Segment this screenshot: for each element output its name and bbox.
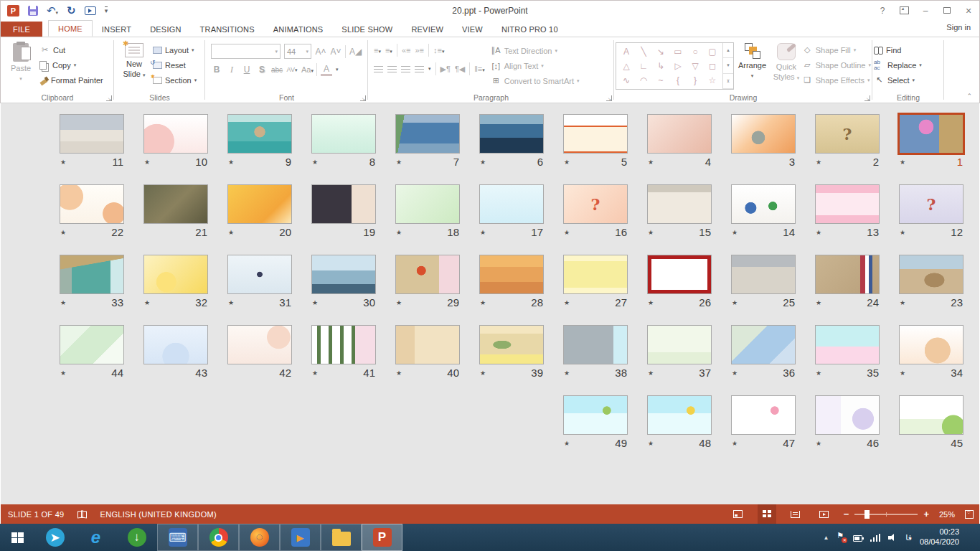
transition-star-icon[interactable]: ★ <box>60 299 66 306</box>
transition-star-icon[interactable]: ★ <box>480 159 486 166</box>
slide-thumbnail-30[interactable] <box>311 255 376 294</box>
transition-star-icon[interactable]: ★ <box>900 229 905 236</box>
slide-thumbnail-8[interactable] <box>311 114 376 154</box>
zoom-out-icon[interactable]: − <box>844 509 849 519</box>
fit-to-window-icon[interactable] <box>965 510 974 519</box>
text-direction-button[interactable]: ∥A Text Direction ▾ <box>491 44 580 57</box>
transition-star-icon[interactable]: ★ <box>816 229 821 236</box>
scribble-shape-icon[interactable]: ∿ <box>618 73 635 88</box>
tab-review[interactable]: REVIEW <box>402 22 453 37</box>
transition-star-icon[interactable]: ★ <box>312 299 318 306</box>
slide-thumbnail-47[interactable] <box>731 395 796 435</box>
transition-star-icon[interactable]: ★ <box>816 440 821 447</box>
slide-thumbnail-28[interactable] <box>479 255 544 294</box>
sign-in-link[interactable]: Sign in <box>946 23 971 32</box>
slide-thumbnail-31[interactable] <box>227 255 292 294</box>
language-indicator[interactable]: ENGLISH (UNITED KINGDOM) <box>100 510 217 519</box>
transition-star-icon[interactable]: ★ <box>312 159 318 166</box>
right-arrow-shape-icon[interactable]: ▷ <box>669 59 687 73</box>
triangle-shape-icon[interactable]: △ <box>618 59 635 73</box>
transition-star-icon[interactable]: ★ <box>564 369 570 377</box>
transition-star-icon[interactable]: ★ <box>396 299 402 306</box>
slide-thumbnail-14[interactable] <box>731 184 796 224</box>
font-color-button[interactable]: A <box>321 64 332 76</box>
slide-thumbnail-6[interactable] <box>479 114 544 154</box>
tab-transitions[interactable]: TRANSITIONS <box>191 22 264 37</box>
transition-star-icon[interactable]: ★ <box>648 229 654 236</box>
line-spacing-icon[interactable]: ↕≡▾ <box>433 46 444 55</box>
tab-nitro-pro[interactable]: NITRO PRO 10 <box>492 22 567 37</box>
underline-button[interactable]: U <box>241 65 253 75</box>
slide-thumbnail-38[interactable] <box>563 325 628 364</box>
arrow-shape-icon[interactable]: ↘ <box>652 44 669 59</box>
transition-star-icon[interactable]: ★ <box>60 369 66 377</box>
bold-button[interactable]: B <box>211 65 222 75</box>
tab-animations[interactable]: ANIMATIONS <box>264 22 333 37</box>
zoom-slider[interactable] <box>854 514 918 515</box>
drawing-dialog-launcher-icon[interactable] <box>864 95 870 101</box>
volume-icon[interactable] <box>888 534 897 542</box>
action-center-flag-icon[interactable] <box>837 533 845 542</box>
align-right-icon[interactable] <box>401 66 410 72</box>
slide-thumbnail-41[interactable] <box>311 325 376 364</box>
slide-thumbnail-43[interactable] <box>143 325 208 364</box>
slide-thumbnail-4[interactable] <box>647 114 712 154</box>
slide-thumbnail-32[interactable] <box>143 255 208 294</box>
zoom-percentage[interactable]: 25% <box>939 510 955 519</box>
right-to-left-icon[interactable]: ¶◀ <box>455 65 465 74</box>
taskbar-app-idm[interactable]: ↓ <box>116 524 157 551</box>
taskbar-app-powerpoint[interactable]: P <box>362 524 402 551</box>
transition-star-icon[interactable]: ★ <box>900 299 905 306</box>
numbering-icon[interactable]: ≡▾ <box>385 46 392 55</box>
slide-thumbnail-12[interactable]: ? <box>899 184 963 224</box>
right-brace-shape-icon[interactable]: } <box>687 73 704 88</box>
line-shape-icon[interactable]: ╲ <box>635 44 652 59</box>
proofing-icon[interactable] <box>77 510 88 518</box>
zoom-slider-handle[interactable] <box>864 510 870 519</box>
transition-star-icon[interactable]: ★ <box>732 440 738 447</box>
slide-thumbnail-42[interactable] <box>227 325 292 364</box>
corner-shape-icon[interactable]: ◻ <box>704 59 721 73</box>
transition-star-icon[interactable]: ★ <box>228 159 234 166</box>
slide-thumbnail-33[interactable] <box>60 255 124 294</box>
transition-star-icon[interactable]: ★ <box>396 159 402 166</box>
taskbar-app-telegram[interactable]: ➤ <box>34 524 75 551</box>
transition-star-icon[interactable]: ★ <box>648 440 654 447</box>
transition-star-icon[interactable]: ★ <box>900 159 905 166</box>
grow-font-button[interactable]: A˄ <box>315 47 326 57</box>
transition-star-icon[interactable]: ★ <box>396 229 402 236</box>
columns-icon[interactable]: ‖≡▾ <box>474 65 484 73</box>
transition-star-icon[interactable]: ★ <box>564 229 570 236</box>
slide-thumbnail-40[interactable] <box>395 325 460 364</box>
left-brace-shape-icon[interactable]: { <box>669 73 687 88</box>
input-language-indicator[interactable]: فا <box>905 533 912 542</box>
slide-thumbnail-13[interactable] <box>815 184 880 224</box>
slide-thumbnail-45[interactable] <box>899 395 963 435</box>
transition-star-icon[interactable]: ★ <box>144 299 150 306</box>
character-spacing-button[interactable]: AV▾ <box>286 66 298 73</box>
tab-view[interactable]: VIEW <box>453 22 492 37</box>
slide-thumbnail-7[interactable] <box>395 114 460 154</box>
slide-thumbnail-16[interactable]: ? <box>563 184 628 224</box>
paragraph-dialog-launcher-icon[interactable] <box>606 95 612 101</box>
curve-shape-icon[interactable]: ~ <box>652 73 669 88</box>
shape-fill-button[interactable]: ◇ Shape Fill ▾ <box>802 44 871 56</box>
slide-thumbnail-21[interactable] <box>143 184 208 224</box>
slide-thumbnail-11[interactable] <box>60 114 124 154</box>
slide-sorter-pane[interactable]: ★1?★23★4★5★6★7★8★9★10★11?★12★13★14★15?★1… <box>1 103 979 504</box>
slide-thumbnail-19[interactable] <box>311 184 376 224</box>
transition-star-icon[interactable]: ★ <box>312 369 318 377</box>
font-size-combobox[interactable]: 44▾ <box>284 44 311 59</box>
replace-button[interactable]: abac Replace ▾ <box>874 59 922 71</box>
slide-show-icon[interactable] <box>815 504 834 524</box>
transition-star-icon[interactable]: ★ <box>732 299 738 306</box>
select-button[interactable]: ↖ Select ▾ <box>874 74 922 86</box>
slide-thumbnail-1[interactable] <box>897 113 965 155</box>
cut-button[interactable]: ✂ Cut <box>39 44 103 56</box>
quick-styles-button[interactable]: Quick Styles ▾ <box>771 39 802 83</box>
slide-thumbnail-34[interactable] <box>899 325 963 364</box>
collapse-ribbon-icon[interactable]: ⌃ <box>966 93 972 100</box>
font-color-caret[interactable]: ▾ <box>336 67 339 72</box>
oval-shape-icon[interactable]: ○ <box>687 44 704 59</box>
transition-star-icon[interactable]: ★ <box>60 159 66 166</box>
